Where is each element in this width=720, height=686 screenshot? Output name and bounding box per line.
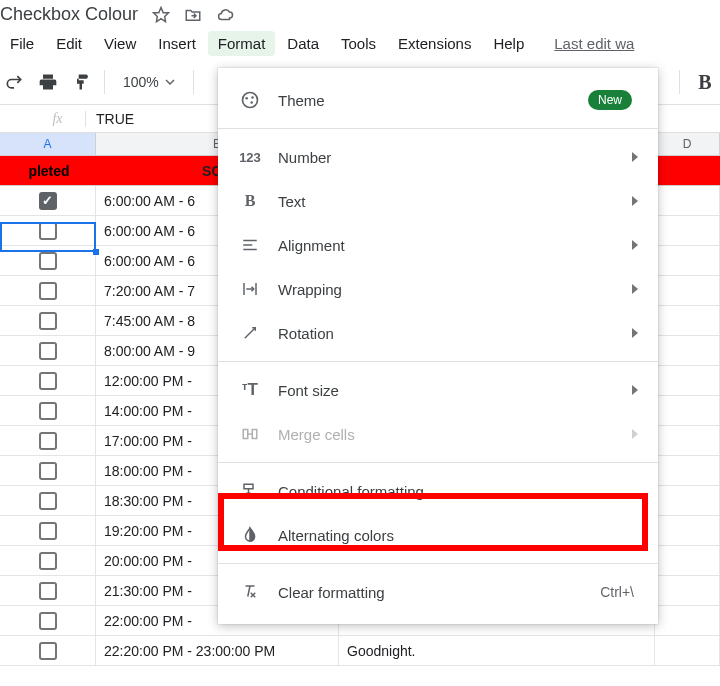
- checkbox-cell[interactable]: [0, 276, 96, 305]
- menu-help[interactable]: Help: [483, 31, 534, 56]
- checkbox[interactable]: [39, 342, 57, 360]
- star-icon[interactable]: [152, 6, 170, 24]
- cloud-status-icon[interactable]: [216, 6, 234, 24]
- menu-wrapping[interactable]: Wrapping: [218, 267, 658, 311]
- cell-d[interactable]: [655, 456, 720, 485]
- cell-d[interactable]: [655, 396, 720, 425]
- cell-d[interactable]: [655, 636, 720, 665]
- checkbox-cell[interactable]: [0, 186, 96, 215]
- svg-point-4: [250, 101, 253, 104]
- svg-rect-12: [244, 484, 253, 489]
- cell-d[interactable]: [655, 606, 720, 635]
- selection-handle[interactable]: [93, 249, 99, 255]
- col-header-a[interactable]: A: [0, 133, 96, 155]
- menu-font-size-label: Font size: [278, 382, 632, 399]
- checkbox[interactable]: [39, 432, 57, 450]
- print-icon[interactable]: [36, 70, 60, 94]
- checkbox[interactable]: [39, 612, 57, 630]
- menu-alternating-colors[interactable]: Alternating colors: [218, 513, 658, 557]
- checkbox-cell[interactable]: [0, 306, 96, 335]
- menu-view[interactable]: View: [94, 31, 146, 56]
- rotation-icon: [236, 324, 264, 342]
- menu-text[interactable]: B Text: [218, 179, 658, 223]
- submenu-arrow-icon: [632, 152, 638, 162]
- menu-number[interactable]: 123 Number: [218, 135, 658, 179]
- cell-d[interactable]: [655, 546, 720, 575]
- checkbox-cell[interactable]: [0, 426, 96, 455]
- menu-file[interactable]: File: [0, 31, 44, 56]
- cell-d[interactable]: [655, 216, 720, 245]
- cell-d[interactable]: [655, 576, 720, 605]
- menu-clear-formatting[interactable]: Clear formatting Ctrl+\: [218, 570, 658, 614]
- cell-d[interactable]: [655, 516, 720, 545]
- format-menu-dropdown: Theme New 123 Number B Text Alignment Wr…: [218, 68, 658, 624]
- checkbox-cell[interactable]: [0, 336, 96, 365]
- checkbox[interactable]: [39, 462, 57, 480]
- last-edit-link[interactable]: Last edit wa: [544, 31, 644, 56]
- menu-rotation[interactable]: Rotation: [218, 311, 658, 355]
- checkbox[interactable]: [39, 192, 57, 210]
- cell-d[interactable]: [655, 186, 720, 215]
- checkbox[interactable]: [39, 582, 57, 600]
- checkbox[interactable]: [39, 642, 57, 660]
- cell-d[interactable]: [655, 336, 720, 365]
- checkbox[interactable]: [39, 402, 57, 420]
- menu-insert[interactable]: Insert: [148, 31, 206, 56]
- menu-edit[interactable]: Edit: [46, 31, 92, 56]
- wrapping-icon: [236, 280, 264, 298]
- checkbox[interactable]: [39, 222, 57, 240]
- checkbox[interactable]: [39, 492, 57, 510]
- bold-button[interactable]: B: [690, 70, 720, 94]
- menu-theme[interactable]: Theme New: [218, 78, 658, 122]
- paint-format-icon[interactable]: [70, 70, 94, 94]
- checkbox-cell[interactable]: [0, 636, 96, 665]
- menu-format[interactable]: Format: [208, 31, 276, 56]
- col-header-d[interactable]: D: [655, 133, 720, 155]
- checkbox-cell[interactable]: [0, 216, 96, 245]
- cell-d[interactable]: [655, 486, 720, 515]
- alignment-icon: [236, 236, 264, 254]
- time-cell[interactable]: 22:20:00 PM - 23:00:00 PM: [96, 636, 339, 665]
- cell-d[interactable]: [655, 426, 720, 455]
- header-d[interactable]: [655, 156, 720, 185]
- desc-cell[interactable]: Goodnight.: [339, 636, 655, 665]
- checkbox[interactable]: [39, 522, 57, 540]
- menu-alignment[interactable]: Alignment: [218, 223, 658, 267]
- redo-icon[interactable]: [2, 70, 26, 94]
- checkbox-cell[interactable]: [0, 366, 96, 395]
- cell-d[interactable]: [655, 366, 720, 395]
- menu-extensions[interactable]: Extensions: [388, 31, 481, 56]
- checkbox-cell[interactable]: [0, 396, 96, 425]
- header-completed[interactable]: pleted: [0, 156, 96, 185]
- checkbox-cell[interactable]: [0, 486, 96, 515]
- checkbox[interactable]: [39, 552, 57, 570]
- menu-conditional-formatting[interactable]: Conditional formatting: [218, 469, 658, 513]
- cell-d[interactable]: [655, 246, 720, 275]
- checkbox-cell[interactable]: [0, 246, 96, 275]
- menu-clear-shortcut: Ctrl+\: [600, 584, 634, 600]
- checkbox-cell[interactable]: [0, 606, 96, 635]
- menu-separator: [218, 462, 658, 463]
- clear-formatting-icon: [236, 583, 264, 601]
- checkbox-cell[interactable]: [0, 546, 96, 575]
- checkbox-cell[interactable]: [0, 516, 96, 545]
- doc-title[interactable]: Checkbox Colour: [0, 4, 138, 25]
- zoom-select[interactable]: 100%: [115, 74, 183, 90]
- table-row[interactable]: 22:20:00 PM - 23:00:00 PMGoodnight.: [0, 636, 720, 666]
- menu-font-size[interactable]: тT Font size: [218, 368, 658, 412]
- move-folder-icon[interactable]: [184, 6, 202, 24]
- alternating-colors-icon: [236, 526, 264, 544]
- checkbox[interactable]: [39, 252, 57, 270]
- checkbox[interactable]: [39, 282, 57, 300]
- checkbox[interactable]: [39, 372, 57, 390]
- cell-d[interactable]: [655, 276, 720, 305]
- submenu-arrow-icon: [632, 284, 638, 294]
- menu-tools[interactable]: Tools: [331, 31, 386, 56]
- menu-data[interactable]: Data: [277, 31, 329, 56]
- checkbox[interactable]: [39, 312, 57, 330]
- submenu-arrow-icon: [632, 240, 638, 250]
- svg-rect-11: [252, 430, 257, 439]
- checkbox-cell[interactable]: [0, 576, 96, 605]
- cell-d[interactable]: [655, 306, 720, 335]
- checkbox-cell[interactable]: [0, 456, 96, 485]
